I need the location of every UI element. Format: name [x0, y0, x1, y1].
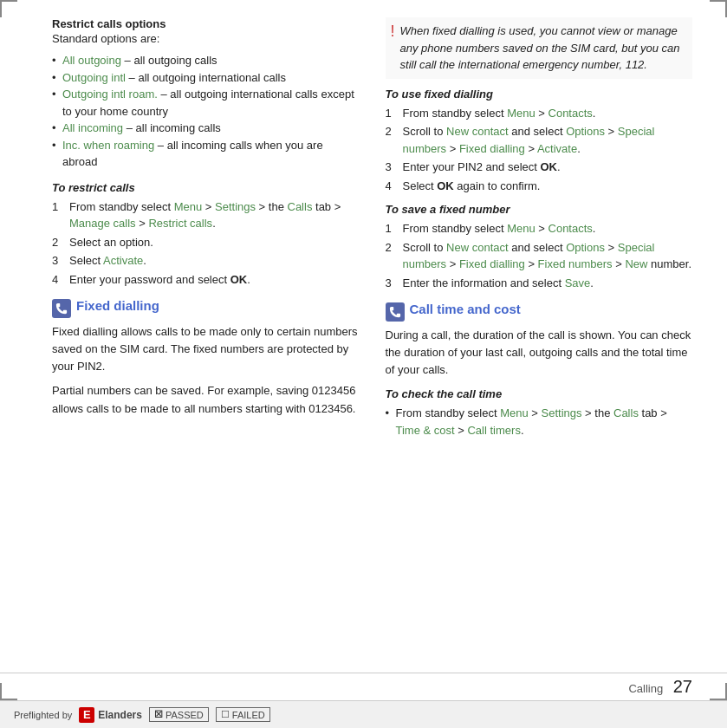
passed-check-icon: ☒: [154, 709, 163, 720]
corner-mark-bl: [0, 683, 17, 700]
elanders-logo: E Elanders: [79, 707, 142, 723]
corner-mark-tr: [710, 0, 727, 17]
to-restrict-calls-title: To restrict calls: [52, 181, 360, 194]
link-options[interactable]: Options: [566, 125, 605, 138]
link-calls[interactable]: Calls: [288, 200, 313, 213]
link-call-timers[interactable]: Call timers: [467, 424, 520, 437]
link-save[interactable]: Save: [565, 276, 591, 289]
step-2: 2 Scroll to New contact and select Optio…: [386, 123, 693, 157]
page-wrapper: Restrict calls options Standard options …: [0, 0, 727, 728]
page-footer: Calling 27: [0, 673, 727, 700]
check-call-time-steps: From standby select Menu > Settings > th…: [386, 405, 693, 439]
link-manage-calls[interactable]: Manage calls: [69, 217, 136, 230]
link-new[interactable]: New: [625, 257, 647, 270]
call-time-cost-icon: [386, 302, 405, 322]
failed-label: FAILED: [232, 710, 265, 720]
call-time-cost-title: Call time and cost: [410, 302, 521, 316]
list-item: From standby select Menu > Settings > th…: [386, 405, 693, 439]
link-contacts[interactable]: Contacts: [548, 222, 593, 235]
preflighted-by-text: Preflighted by: [14, 710, 72, 720]
restrict-calls-subheading: Standard options are:: [52, 32, 360, 45]
elanders-e-icon: E: [79, 707, 94, 723]
link-new-contact[interactable]: New contact: [446, 125, 509, 138]
link-outgoing-intl[interactable]: Outgoing intl: [62, 71, 126, 84]
step-2: 2 Select an option.: [52, 234, 360, 251]
fixed-dialling-body2: Partial numbers can be saved. For exampl…: [52, 382, 360, 417]
save-fixed-number-steps: 1 From standby select Menu > Contacts. 2…: [386, 220, 693, 291]
page-info: Calling 27: [628, 677, 692, 697]
failed-box: ☐ FAILED: [216, 707, 270, 722]
save-fixed-number-title: To save a fixed number: [386, 203, 693, 216]
save-fixed-number-section: To save a fixed number 1 From standby se…: [386, 203, 693, 291]
step-2: 2 Scroll to New contact and select Optio…: [386, 239, 693, 273]
use-fixed-dialling-title: To use fixed dialling: [386, 88, 693, 101]
to-restrict-calls-section: To restrict calls 1 From standby select …: [52, 181, 360, 289]
warning-icon: !: [391, 23, 395, 74]
link-menu[interactable]: Menu: [500, 406, 529, 419]
page-label: Calling: [628, 682, 663, 695]
fixed-dialling-section: Fixed dialling Fixed dialling allows cal…: [52, 298, 360, 418]
restrict-calls-heading: Restrict calls options: [52, 17, 360, 30]
right-column: ! When fixed dialling is used, you canno…: [386, 17, 693, 664]
link-fixed-dialling2[interactable]: Fixed dialling: [459, 257, 525, 270]
phone-icon: [55, 302, 68, 315]
main-content: Restrict calls options Standard options …: [0, 0, 727, 673]
preflight-bar: Preflighted by E Elanders ☒ PASSED ☐ FAI…: [0, 700, 727, 728]
step-1: 1 From standby select Menu > Contacts.: [386, 220, 693, 237]
link-outgoing-intl-roam[interactable]: Outgoing intl roam.: [62, 88, 158, 101]
link-new-contact[interactable]: New contact: [446, 241, 509, 254]
passed-label: PASSED: [166, 710, 204, 720]
link-fixed-numbers[interactable]: Fixed numbers: [538, 257, 613, 270]
step-1: 1 From standby select Menu > Settings > …: [52, 198, 360, 232]
link-special-numbers[interactable]: Special numbers: [403, 125, 655, 155]
list-item: Inc. when roaming – all incoming calls w…: [52, 137, 360, 171]
link-calls[interactable]: Calls: [613, 406, 639, 419]
fixed-dialling-icon: [52, 299, 71, 318]
link-settings[interactable]: Settings: [542, 406, 582, 419]
list-item: Outgoing intl roam. – all outgoing inter…: [52, 86, 360, 120]
page-number: 27: [673, 677, 692, 696]
fixed-dialling-title: Fixed dialling: [76, 298, 159, 313]
link-menu[interactable]: Menu: [507, 107, 536, 120]
fixed-dialling-icon-section: Fixed dialling: [52, 298, 360, 318]
list-item: Outgoing intl – all outgoing internation…: [52, 69, 360, 87]
warning-note: ! When fixed dialling is used, you canno…: [386, 17, 693, 79]
corner-mark-br: [710, 683, 727, 700]
list-item: All outgoing – all outgoing calls: [52, 52, 360, 69]
call-time-cost-body: During a call, the duration of the call …: [386, 327, 693, 379]
restrict-calls-list: All outgoing – all outgoing calls Outgoi…: [52, 52, 360, 171]
link-menu[interactable]: Menu: [174, 200, 203, 213]
step-1: 1 From standby select Menu > Contacts.: [386, 105, 693, 122]
fixed-dialling-body1: Fixed dialling allows calls to be made o…: [52, 323, 360, 375]
link-special-numbers[interactable]: Special numbers: [403, 241, 655, 271]
link-settings[interactable]: Settings: [215, 200, 256, 213]
call-time-cost-icon-section: Call time and cost: [386, 302, 693, 322]
use-fixed-dialling-section: To use fixed dialling 1 From standby sel…: [386, 88, 693, 195]
link-all-outgoing[interactable]: All outgoing: [62, 54, 121, 67]
restrict-calls-steps: 1 From standby select Menu > Settings > …: [52, 198, 360, 289]
step-4: 4 Select OK again to confirm.: [386, 178, 693, 195]
link-options[interactable]: Options: [566, 241, 605, 254]
link-restrict-calls[interactable]: Restrict calls: [148, 217, 212, 230]
failed-check-icon: ☐: [221, 709, 230, 720]
warning-text: When fixed dialling is used, you cannot …: [400, 23, 687, 74]
link-time-cost[interactable]: Time & cost: [396, 424, 455, 437]
link-activate[interactable]: Activate: [537, 142, 577, 155]
step-4: 4 Enter your password and select OK.: [52, 271, 360, 289]
call-time-cost-section: Call time and cost During a call, the du…: [386, 302, 693, 439]
passed-box: ☒ PASSED: [149, 707, 209, 722]
step-3: 3 Enter your PIN2 and select OK.: [386, 159, 693, 176]
link-activate[interactable]: Activate: [103, 254, 143, 267]
link-menu[interactable]: Menu: [507, 222, 536, 235]
step-3: 3 Enter the information and select Save.: [386, 275, 693, 292]
phone-icon-2: [389, 306, 401, 318]
step-3: 3 Select Activate.: [52, 252, 360, 270]
link-fixed-dialling[interactable]: Fixed dialling: [459, 142, 525, 155]
use-fixed-dialling-steps: 1 From standby select Menu > Contacts. 2…: [386, 105, 693, 195]
link-contacts[interactable]: Contacts: [548, 107, 593, 120]
restrict-calls-section: Restrict calls options Standard options …: [52, 17, 360, 171]
link-inc-when-roaming[interactable]: Inc. when roaming: [62, 139, 154, 152]
link-all-incoming[interactable]: All incoming: [62, 121, 123, 134]
check-call-time-title: To check the call time: [386, 387, 693, 400]
elanders-name: Elanders: [98, 709, 142, 721]
